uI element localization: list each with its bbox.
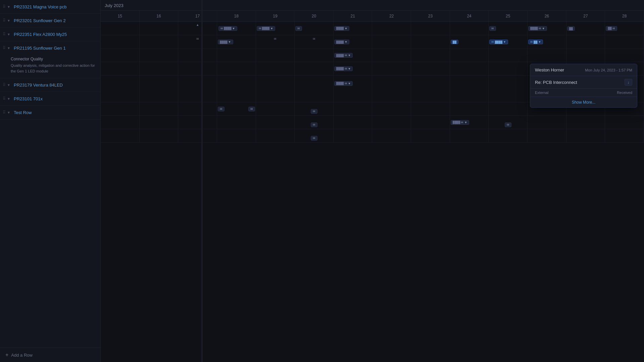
envelope-icon-4: ✉ bbox=[491, 27, 494, 30]
day-28: 28 bbox=[605, 11, 644, 21]
gantt-chip-r7-20[interactable]: ✉ bbox=[311, 136, 317, 141]
gantt-col-22-r7 bbox=[372, 129, 411, 142]
drag-handle-7: ⠿ bbox=[3, 110, 6, 115]
gantt-chip-r2-21[interactable]: ████ ✉ ▼ bbox=[334, 53, 353, 58]
gantt-chip-r5-18[interactable]: ✉ bbox=[218, 107, 225, 111]
gantt-chip-r1-21[interactable]: ████ ▼ bbox=[334, 26, 350, 31]
gantt-chip-blue-24[interactable]: ██ bbox=[451, 40, 458, 44]
gantt-col-16-r1b bbox=[140, 35, 179, 49]
gantt-chip-r1-18[interactable]: ✉ ████ ▼ bbox=[218, 26, 237, 31]
gantt-col-25-r6: ✉ bbox=[489, 116, 528, 129]
day-16: 16 bbox=[140, 11, 179, 21]
day-21: 21 bbox=[334, 11, 373, 21]
gantt-chip-r5-18b[interactable]: ✉ bbox=[248, 107, 255, 111]
dropdown-arrow-9: ▼ bbox=[348, 54, 351, 57]
gantt-chip-r5-20[interactable]: ✉ bbox=[311, 109, 317, 114]
sidebar-row-4: ⠿ ▼ PR21195 Sunflower Gen 1 Connector Qu… bbox=[0, 41, 100, 78]
sidebar-row-1-header[interactable]: ⠿ ▼ PR23321 Magna Voice pcb bbox=[0, 0, 100, 13]
gantt-col-23-r5 bbox=[411, 102, 450, 115]
envelope-blue-1: ✉ bbox=[491, 40, 494, 44]
dropdown-arrow-4: ▼ bbox=[542, 27, 545, 30]
chevron-1: ▼ bbox=[7, 5, 11, 9]
gantt-col-15-r7 bbox=[101, 129, 140, 142]
gantt-col-22-r4 bbox=[372, 75, 411, 102]
gantt-chip-r1-25[interactable]: ✉ bbox=[489, 26, 496, 31]
gantt-col-24-r5 bbox=[450, 102, 489, 115]
gantt-col-17-r1b: ✉ bbox=[178, 35, 217, 49]
email-popup-header: Weston Horner Mon July 24, 2023 - 1:57 P… bbox=[530, 64, 637, 76]
sidebar-row-3-header[interactable]: ⠿ ▼ PR22351 Flex A2800 My25 bbox=[0, 28, 100, 41]
email-tag: External bbox=[535, 91, 548, 95]
gantt-col-25-r3 bbox=[489, 62, 528, 75]
resize-handle[interactable] bbox=[201, 0, 203, 362]
gantt-row-2: ████ ✉ ▼ bbox=[101, 49, 644, 62]
gantt-col-15-r4 bbox=[101, 75, 140, 102]
gantt-col-22-r1b bbox=[372, 35, 411, 49]
row-2-title: PR23201 Sunflower Gen 2 bbox=[14, 18, 66, 23]
gantt-chip-r1-26[interactable]: ████ ✉ ▼ bbox=[528, 26, 547, 31]
gantt-col-19-r7 bbox=[256, 129, 295, 142]
gantt-col-24-r1 bbox=[450, 22, 489, 35]
gantt-chip-r1-20a[interactable]: ✉ bbox=[295, 26, 302, 31]
gantt-chip-r1b-18[interactable]: ████ ▼ bbox=[218, 40, 233, 44]
month-label: July 2023 bbox=[101, 0, 644, 11]
show-more-link[interactable]: Show More... bbox=[572, 100, 596, 105]
sidebar-row-5-header[interactable]: ⠿ ▼ PR23179 Ventura 84LED bbox=[0, 78, 100, 92]
row-3-title: PR22351 Flex A2800 My25 bbox=[14, 32, 67, 37]
gantt-col-26-r6 bbox=[528, 116, 566, 129]
gantt-chip-r1b-21[interactable]: ████ ▼ bbox=[334, 40, 350, 44]
gantt-col-18-r3 bbox=[217, 62, 256, 75]
gantt-chip-r4-21a[interactable]: ████ ✉ ▼ bbox=[334, 81, 353, 86]
gantt-chip-blue-25a[interactable]: ✉ ████ ▼ bbox=[489, 40, 508, 44]
sidebar-row-6-header[interactable]: ⠿ ▼ PR23101 701x bbox=[0, 92, 100, 105]
gantt-col-20-r1: ✉ bbox=[295, 22, 334, 35]
sidebar-row-1: ⠿ ▼ PR23321 Magna Voice pcb bbox=[0, 0, 100, 14]
gantt-col-27-r1b bbox=[566, 35, 605, 49]
sidebar-row-2-header[interactable]: ⠿ ▼ PR23201 Sunflower Gen 2 bbox=[0, 14, 100, 27]
gantt-col-25-r1b: ✉ ████ ▼ bbox=[489, 35, 528, 49]
row-5-title: PR23179 Ventura 84LED bbox=[14, 83, 63, 88]
dropdown-arrow-5: ▼ bbox=[228, 40, 231, 44]
drag-handle-1: ⠿ bbox=[3, 4, 6, 9]
email-download-button[interactable]: ↓ bbox=[625, 79, 633, 86]
download-icon: ↓ bbox=[628, 80, 630, 84]
gantt-col-22-r2 bbox=[372, 49, 411, 62]
gantt-chip-r6-20[interactable]: ✉ bbox=[311, 122, 317, 127]
gantt-col-15-r1b bbox=[101, 35, 140, 49]
gantt-col-18-r2 bbox=[217, 49, 256, 62]
envelope-r7-20: ✉ bbox=[313, 137, 315, 140]
gantt-chip-r1-27[interactable]: ██ bbox=[567, 26, 575, 31]
gantt-col-28-r6 bbox=[605, 116, 644, 129]
gantt-col-19-r3 bbox=[256, 62, 295, 75]
gantt-col-15-r3 bbox=[101, 62, 140, 75]
gantt-chip-r6-24[interactable]: ████ ✉ ▼ bbox=[451, 120, 469, 125]
gantt-col-17-r4 bbox=[178, 75, 217, 102]
sidebar-row-4-header[interactable]: ⠿ ▼ PR21195 Sunflower Gen 1 bbox=[0, 41, 100, 55]
gantt-col-28-r7 bbox=[605, 129, 644, 142]
chevron-2: ▼ bbox=[7, 19, 11, 22]
gantt-chip-blue-26[interactable]: ✉ ██ ▼ bbox=[528, 40, 543, 44]
sidebar-row-7-header[interactable]: ⠿ ▼ Test Row bbox=[0, 106, 100, 119]
gantt-chip-r1-19[interactable]: ✉ ████ ▼ bbox=[257, 26, 276, 31]
gantt-col-19-r2 bbox=[256, 49, 295, 62]
day-19: 19 bbox=[256, 11, 295, 21]
row-4-expanded-content: Connector Quality Quality analysis, miti… bbox=[0, 55, 100, 78]
gantt-chip-r1-28[interactable]: ██ ✉ bbox=[606, 26, 617, 31]
row-4-title: PR21195 Sunflower Gen 1 bbox=[14, 46, 66, 51]
gantt-col-25-r7 bbox=[489, 129, 528, 142]
gantt-col-25-r5 bbox=[489, 102, 528, 115]
gantt-col-21-r6 bbox=[334, 116, 373, 129]
envelope-r2-21: ✉ bbox=[345, 54, 347, 57]
gantt-chip-r3-21[interactable]: ████ ✉ ▼ bbox=[334, 66, 353, 71]
gantt-col-18-r6 bbox=[217, 116, 256, 129]
gantt-col-15-r6 bbox=[101, 116, 140, 129]
gantt-col-23-r4 bbox=[411, 75, 450, 102]
gantt-col-17-r1: ▲ bbox=[178, 22, 217, 35]
gantt-col-21-r7 bbox=[334, 129, 373, 142]
gantt-chip-r6-25[interactable]: ✉ bbox=[505, 122, 511, 127]
sidebar-row-3: ⠿ ▼ PR22351 Flex A2800 My25 bbox=[0, 28, 100, 41]
email-meta-row: External Received bbox=[530, 89, 637, 97]
sidebar-footer[interactable]: + Add a Row bbox=[0, 348, 100, 362]
gantt-col-20-r6: ✉ bbox=[295, 116, 334, 129]
add-row-label: Add a Row bbox=[11, 353, 33, 358]
